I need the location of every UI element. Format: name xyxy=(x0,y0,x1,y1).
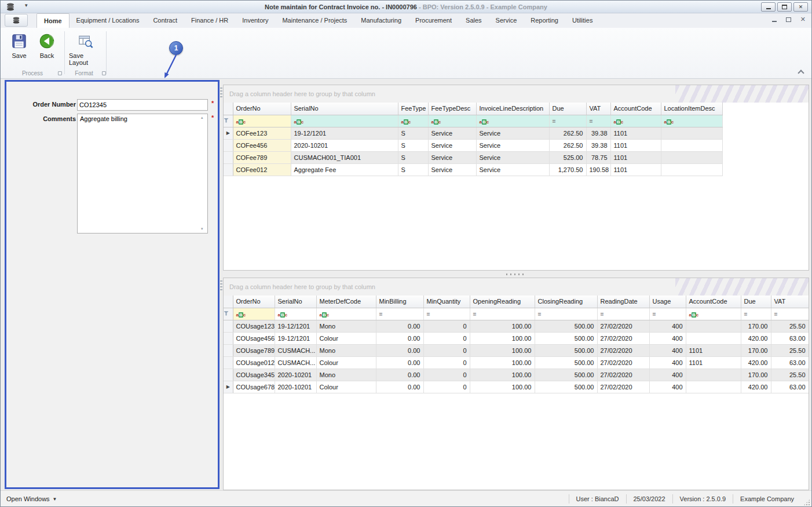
grid-cell[interactable]: Service xyxy=(476,151,549,163)
grid-cell[interactable]: 25.50 xyxy=(771,344,809,356)
grid-cell[interactable]: 100.00 xyxy=(470,369,535,381)
grid-row[interactable]: COUsage3452020-10201Mono0.000100.00500.0… xyxy=(224,369,809,381)
tab-contract[interactable]: Contract xyxy=(146,13,184,28)
grid-cell[interactable]: 1,270.50 xyxy=(549,163,586,176)
column-header[interactable]: ReadingDate xyxy=(597,296,649,308)
grid-row[interactable]: ▶COFee12319-12/1201SServiceService262.50… xyxy=(224,127,722,139)
minimize-button[interactable] xyxy=(761,2,776,12)
grid-cell[interactable]: 0.00 xyxy=(376,320,423,332)
grid-cell[interactable]: 0.00 xyxy=(376,356,423,369)
grid-cell[interactable]: 525.00 xyxy=(549,151,586,163)
close-button[interactable]: ✕ xyxy=(793,2,808,12)
filter-cell[interactable]: aBc xyxy=(476,115,549,127)
grid-cell[interactable] xyxy=(661,127,722,139)
grid-cell[interactable]: 262.50 xyxy=(549,127,586,139)
grid-cell[interactable]: 100.00 xyxy=(470,320,535,332)
grid-cell[interactable]: 27/02/2020 xyxy=(597,356,649,369)
grid-cell[interactable]: 27/02/2020 xyxy=(597,381,649,393)
tab-finance-hr[interactable]: Finance / HR xyxy=(184,13,235,28)
filter-cell[interactable]: = xyxy=(597,308,649,320)
grid-cell[interactable]: 2020-10201 xyxy=(275,369,316,381)
grid-cell[interactable] xyxy=(661,163,722,176)
grid-cell[interactable]: 420.00 xyxy=(741,356,771,369)
grid-cell[interactable]: 420.00 xyxy=(741,381,771,393)
grid-cell[interactable]: 500.00 xyxy=(535,332,597,344)
column-header[interactable]: AccountCode xyxy=(686,296,741,308)
tab-utilities[interactable]: Utilities xyxy=(565,13,599,28)
grid-cell[interactable]: S xyxy=(398,139,428,151)
grid-cell[interactable]: Service xyxy=(476,163,549,176)
grid-cell[interactable]: 400 xyxy=(649,356,686,369)
grid-cell[interactable]: COFee123 xyxy=(233,127,291,139)
grid-cell[interactable]: 63.00 xyxy=(771,332,809,344)
grid-cell[interactable]: Mono xyxy=(316,369,376,381)
grid-splitter[interactable] xyxy=(223,271,809,278)
grid-cell[interactable]: S xyxy=(398,163,428,176)
auto-filter-row[interactable]: aBcaBcaBcaBcaBc==aBcaBc xyxy=(224,115,722,127)
grid-cell[interactable]: 0 xyxy=(423,332,470,344)
tab-equipment-locations[interactable]: Equipment / Locations xyxy=(70,13,147,28)
grid-cell[interactable]: 100.00 xyxy=(470,381,535,393)
grid-cell[interactable]: Mono xyxy=(316,320,376,332)
grid-cell[interactable]: 1101 xyxy=(686,344,741,356)
grid-cell[interactable]: 0.00 xyxy=(376,344,423,356)
filter-cell[interactable]: aBc xyxy=(316,308,376,320)
grid-cell[interactable]: Colour xyxy=(316,381,376,393)
grid-cell[interactable]: COFee456 xyxy=(233,139,291,151)
grid-cell[interactable]: COUsage345 xyxy=(233,369,275,381)
grid-cell[interactable]: 63.00 xyxy=(771,381,809,393)
grid-cell[interactable] xyxy=(686,369,741,381)
column-header[interactable]: OpeningReading xyxy=(470,296,535,308)
grid-cell[interactable]: 0 xyxy=(423,356,470,369)
filter-cell[interactable]: aBc xyxy=(610,115,661,127)
save-layout-button[interactable]: Save Layout xyxy=(69,31,103,67)
grid-cell[interactable]: Service xyxy=(428,151,476,163)
resize-grip[interactable] xyxy=(803,499,810,506)
grid-cell[interactable]: 2020-10201 xyxy=(275,381,316,393)
column-header[interactable]: AccountCode xyxy=(610,103,661,115)
grid-cell[interactable]: 39.38 xyxy=(586,139,610,151)
grid-cell[interactable]: 25.50 xyxy=(771,369,809,381)
application-menu-button[interactable] xyxy=(5,14,28,27)
group-by-panel[interactable]: Drag a column header here to group by th… xyxy=(224,278,809,296)
grid-cell[interactable]: Service xyxy=(428,127,476,139)
fees-grid[interactable]: OrderNoSerialNoFeeTypeFeeTypeDescInvoice… xyxy=(224,103,723,176)
grid-cell[interactable] xyxy=(661,151,722,163)
grid-row[interactable]: COUsage012CUSMACH...Colour0.000100.00500… xyxy=(224,356,809,369)
filter-cell[interactable]: = xyxy=(470,308,535,320)
grid-cell[interactable]: 500.00 xyxy=(535,344,597,356)
grid-cell[interactable]: 262.50 xyxy=(549,139,586,151)
grid-cell[interactable]: 0.00 xyxy=(376,332,423,344)
grid-cell[interactable]: Aggregate Fee xyxy=(291,163,398,176)
grid-cell[interactable]: 100.00 xyxy=(470,356,535,369)
column-header[interactable]: VAT xyxy=(771,296,809,308)
grid-cell[interactable]: 170.00 xyxy=(741,344,771,356)
filter-cell[interactable]: = xyxy=(423,308,470,320)
grid-cell[interactable]: 400 xyxy=(649,369,686,381)
grid-cell[interactable]: 63.00 xyxy=(771,356,809,369)
grid-cell[interactable]: COUsage789 xyxy=(233,344,275,356)
grid-cell[interactable]: COUsage012 xyxy=(233,356,275,369)
grid-cell[interactable]: 1101 xyxy=(610,151,661,163)
grid-cell[interactable]: 39.38 xyxy=(586,127,610,139)
filter-cell[interactable]: = xyxy=(586,115,610,127)
grid-cell[interactable]: Service xyxy=(476,127,549,139)
column-header[interactable]: OrderNo xyxy=(233,103,291,115)
grid-cell[interactable]: 400 xyxy=(649,381,686,393)
open-windows-dropdown[interactable]: Open Windows ▼ xyxy=(6,495,57,502)
grid-cell[interactable]: COUsage456 xyxy=(233,332,275,344)
column-header[interactable]: LocationItemDesc xyxy=(661,103,722,115)
grid-cell[interactable]: COUsage678 xyxy=(233,381,275,393)
column-header[interactable]: OrderNo xyxy=(233,296,275,308)
scroll-up-icon[interactable]: ▴ xyxy=(201,115,203,120)
filter-cell[interactable]: aBc xyxy=(275,308,316,320)
grid-cell[interactable]: 25.50 xyxy=(771,320,809,332)
mdi-minimize-button[interactable] xyxy=(772,16,777,23)
column-header[interactable]: InvoiceLineDescription xyxy=(476,103,549,115)
grid-cell[interactable]: Service xyxy=(476,139,549,151)
grid-cell[interactable]: 78.75 xyxy=(586,151,610,163)
grid-cell[interactable]: 27/02/2020 xyxy=(597,369,649,381)
save-button[interactable]: Save xyxy=(5,31,33,67)
grid-cell[interactable]: Mono xyxy=(316,344,376,356)
grid-cell[interactable]: 27/02/2020 xyxy=(597,320,649,332)
